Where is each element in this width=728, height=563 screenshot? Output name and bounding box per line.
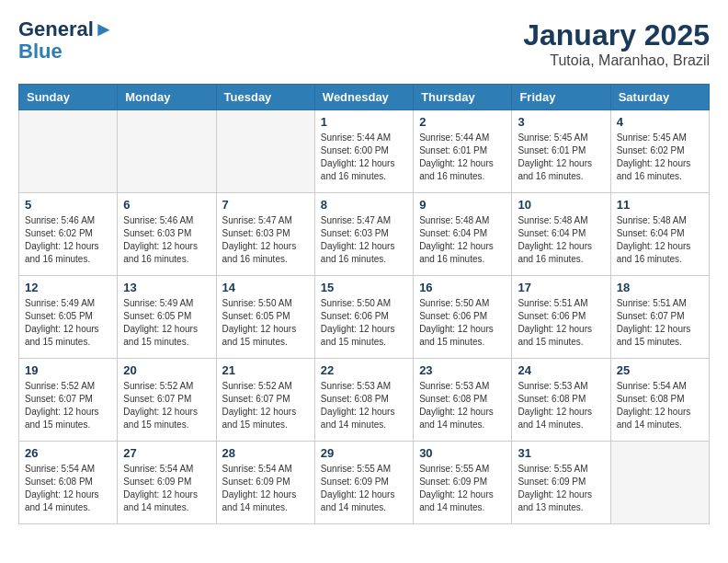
calendar-cell: 16Sunrise: 5:50 AM Sunset: 6:06 PM Dayli… [414, 276, 512, 359]
day-info: Sunrise: 5:51 AM Sunset: 6:07 PM Dayligh… [617, 297, 703, 349]
day-info: Sunrise: 5:55 AM Sunset: 6:09 PM Dayligh… [518, 463, 604, 514]
calendar-cell: 29Sunrise: 5:55 AM Sunset: 6:09 PM Dayli… [314, 442, 413, 524]
day-number: 26 [25, 446, 111, 460]
calendar-cell: 4Sunrise: 5:45 AM Sunset: 6:02 PM Daylig… [610, 110, 709, 193]
calendar-table: SundayMondayTuesdayWednesdayThursdayFrid… [18, 84, 710, 524]
day-number: 12 [25, 281, 111, 294]
calendar-cell: 30Sunrise: 5:55 AM Sunset: 6:09 PM Dayli… [414, 442, 512, 524]
calendar-cell: 10Sunrise: 5:48 AM Sunset: 6:04 PM Dayli… [512, 193, 610, 276]
calendar-cell: 5Sunrise: 5:46 AM Sunset: 6:02 PM Daylig… [19, 193, 118, 276]
page-header: General► Blue January 2025 Tutoia, Maran… [18, 18, 710, 69]
day-number: 17 [518, 281, 604, 294]
week-row: 1Sunrise: 5:44 AM Sunset: 6:00 PM Daylig… [19, 110, 710, 193]
calendar-cell [118, 110, 216, 193]
day-info: Sunrise: 5:54 AM Sunset: 6:09 PM Dayligh… [123, 463, 210, 514]
day-info: Sunrise: 5:55 AM Sunset: 6:09 PM Dayligh… [419, 463, 506, 514]
day-info: Sunrise: 5:50 AM Sunset: 6:06 PM Dayligh… [419, 297, 506, 349]
logo: General► Blue [18, 18, 114, 63]
calendar-cell: 25Sunrise: 5:54 AM Sunset: 6:08 PM Dayli… [610, 359, 709, 442]
day-number: 20 [123, 363, 210, 377]
week-row: 26Sunrise: 5:54 AM Sunset: 6:08 PM Dayli… [19, 442, 710, 524]
weekday-header: Saturday [610, 85, 709, 110]
day-number: 25 [617, 363, 703, 377]
calendar-cell: 24Sunrise: 5:53 AM Sunset: 6:08 PM Dayli… [512, 359, 610, 442]
week-row: 5Sunrise: 5:46 AM Sunset: 6:02 PM Daylig… [19, 193, 710, 276]
day-number: 15 [321, 281, 407, 294]
day-info: Sunrise: 5:52 AM Sunset: 6:07 PM Dayligh… [25, 380, 111, 431]
day-info: Sunrise: 5:53 AM Sunset: 6:08 PM Dayligh… [321, 380, 407, 431]
day-info: Sunrise: 5:44 AM Sunset: 6:00 PM Dayligh… [321, 132, 407, 183]
calendar-cell: 28Sunrise: 5:54 AM Sunset: 6:09 PM Dayli… [216, 442, 314, 524]
weekday-header: Tuesday [216, 85, 314, 110]
day-number: 14 [222, 281, 309, 294]
calendar-cell: 9Sunrise: 5:48 AM Sunset: 6:04 PM Daylig… [414, 193, 512, 276]
calendar-cell: 1Sunrise: 5:44 AM Sunset: 6:00 PM Daylig… [314, 110, 413, 193]
week-row: 19Sunrise: 5:52 AM Sunset: 6:07 PM Dayli… [19, 359, 710, 442]
weekday-header-row: SundayMondayTuesdayWednesdayThursdayFrid… [19, 85, 710, 110]
day-info: Sunrise: 5:51 AM Sunset: 6:06 PM Dayligh… [518, 297, 604, 349]
day-number: 2 [419, 115, 506, 129]
day-number: 30 [419, 446, 506, 460]
location: Tutoia, Maranhao, Brazil [523, 52, 710, 69]
calendar-cell: 26Sunrise: 5:54 AM Sunset: 6:08 PM Dayli… [19, 442, 118, 524]
day-number: 7 [222, 198, 309, 212]
week-row: 12Sunrise: 5:49 AM Sunset: 6:05 PM Dayli… [19, 276, 710, 359]
weekday-header: Monday [118, 85, 216, 110]
calendar-cell: 17Sunrise: 5:51 AM Sunset: 6:06 PM Dayli… [512, 276, 610, 359]
day-info: Sunrise: 5:44 AM Sunset: 6:01 PM Dayligh… [419, 132, 506, 183]
day-info: Sunrise: 5:54 AM Sunset: 6:09 PM Dayligh… [222, 463, 309, 514]
weekday-header: Sunday [19, 85, 118, 110]
calendar-cell: 13Sunrise: 5:49 AM Sunset: 6:05 PM Dayli… [118, 276, 216, 359]
logo-subtext: Blue [18, 40, 114, 63]
day-info: Sunrise: 5:54 AM Sunset: 6:08 PM Dayligh… [617, 380, 703, 431]
calendar-cell: 23Sunrise: 5:53 AM Sunset: 6:08 PM Dayli… [414, 359, 512, 442]
calendar-cell: 6Sunrise: 5:46 AM Sunset: 6:03 PM Daylig… [118, 193, 216, 276]
day-number: 24 [518, 363, 604, 377]
calendar-cell: 27Sunrise: 5:54 AM Sunset: 6:09 PM Dayli… [118, 442, 216, 524]
day-number: 9 [419, 198, 506, 212]
day-info: Sunrise: 5:45 AM Sunset: 6:02 PM Dayligh… [617, 132, 703, 183]
weekday-header: Wednesday [314, 85, 413, 110]
calendar-cell: 19Sunrise: 5:52 AM Sunset: 6:07 PM Dayli… [19, 359, 118, 442]
day-info: Sunrise: 5:49 AM Sunset: 6:05 PM Dayligh… [123, 297, 210, 349]
day-info: Sunrise: 5:47 AM Sunset: 6:03 PM Dayligh… [222, 214, 309, 266]
day-number: 19 [25, 363, 111, 377]
day-number: 1 [321, 115, 407, 129]
day-info: Sunrise: 5:53 AM Sunset: 6:08 PM Dayligh… [419, 380, 506, 431]
day-number: 6 [123, 198, 210, 212]
day-number: 5 [25, 198, 111, 212]
day-number: 31 [518, 446, 604, 460]
day-info: Sunrise: 5:49 AM Sunset: 6:05 PM Dayligh… [25, 297, 111, 349]
calendar-cell [610, 442, 709, 524]
calendar-cell: 8Sunrise: 5:47 AM Sunset: 6:03 PM Daylig… [314, 193, 413, 276]
day-number: 27 [123, 446, 210, 460]
day-number: 4 [617, 115, 703, 129]
weekday-header: Thursday [414, 85, 512, 110]
day-number: 28 [222, 446, 309, 460]
title-block: January 2025 Tutoia, Maranhao, Brazil [523, 18, 710, 69]
day-number: 21 [222, 363, 309, 377]
calendar-cell: 7Sunrise: 5:47 AM Sunset: 6:03 PM Daylig… [216, 193, 314, 276]
day-info: Sunrise: 5:48 AM Sunset: 6:04 PM Dayligh… [518, 214, 604, 266]
calendar-cell: 14Sunrise: 5:50 AM Sunset: 6:05 PM Dayli… [216, 276, 314, 359]
day-number: 23 [419, 363, 506, 377]
calendar-cell [216, 110, 314, 193]
day-number: 22 [321, 363, 407, 377]
day-info: Sunrise: 5:48 AM Sunset: 6:04 PM Dayligh… [419, 214, 506, 266]
day-info: Sunrise: 5:46 AM Sunset: 6:02 PM Dayligh… [25, 214, 111, 266]
day-info: Sunrise: 5:52 AM Sunset: 6:07 PM Dayligh… [222, 380, 309, 431]
calendar-cell [19, 110, 118, 193]
day-info: Sunrise: 5:48 AM Sunset: 6:04 PM Dayligh… [617, 214, 703, 266]
day-info: Sunrise: 5:53 AM Sunset: 6:08 PM Dayligh… [518, 380, 604, 431]
day-info: Sunrise: 5:45 AM Sunset: 6:01 PM Dayligh… [518, 132, 604, 183]
calendar-cell: 15Sunrise: 5:50 AM Sunset: 6:06 PM Dayli… [314, 276, 413, 359]
day-number: 29 [321, 446, 407, 460]
day-info: Sunrise: 5:52 AM Sunset: 6:07 PM Dayligh… [123, 380, 210, 431]
calendar-cell: 21Sunrise: 5:52 AM Sunset: 6:07 PM Dayli… [216, 359, 314, 442]
day-number: 10 [518, 198, 604, 212]
weekday-header: Friday [512, 85, 610, 110]
day-info: Sunrise: 5:54 AM Sunset: 6:08 PM Dayligh… [25, 463, 111, 514]
calendar-cell: 31Sunrise: 5:55 AM Sunset: 6:09 PM Dayli… [512, 442, 610, 524]
calendar-cell: 20Sunrise: 5:52 AM Sunset: 6:07 PM Dayli… [118, 359, 216, 442]
day-number: 18 [617, 281, 703, 294]
